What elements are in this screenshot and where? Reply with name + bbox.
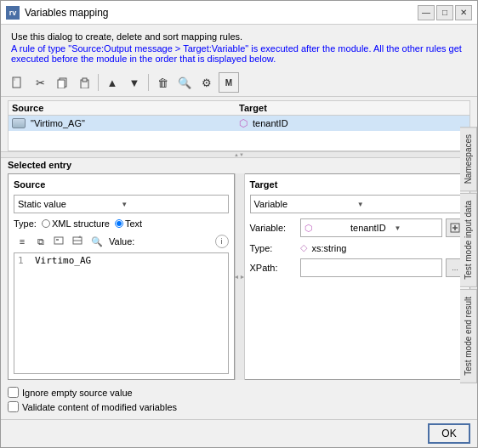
panel-divider[interactable] [235,173,245,380]
find-icon-button[interactable]: 🔍 [88,234,105,249]
selected-entry-section: Selected entry Source Static value ▼ Typ… [1,158,477,383]
copy-icon-button[interactable]: ⧉ [32,234,49,249]
source-panel-title: Source [14,179,229,190]
paste-button[interactable] [74,72,94,93]
type-field-label: Type: [250,243,297,253]
ignore-empty-label: Ignore empty source value [22,388,133,398]
svg-rect-7 [56,239,59,241]
info-line2: A rule of type "Source:Output message > … [11,43,467,64]
source-value: "Virtimo_AG" [31,118,85,128]
db-icon [12,118,26,128]
source-panel: Source Static value ▼ Type: XML structur… [8,173,235,380]
type-icon-inline: ◇ [300,242,307,253]
selected-entry-title: Selected entry [8,160,470,170]
editor-line-1: 1 Virtimo_AG [14,253,228,268]
xml-structure-radio-label[interactable]: XML structure [42,218,110,229]
maximize-button[interactable]: □ [436,5,453,20]
window-content: Use this dialog to create, delete and so… [1,25,477,447]
type-row: Type: XML structure Text [14,218,229,229]
variable-dropdown-arrow: ▼ [395,224,439,232]
text-radio[interactable] [115,219,123,228]
xml-structure-radio[interactable] [42,219,50,228]
search-button[interactable]: 🔍 [174,72,195,93]
validate-content-checkbox[interactable] [8,401,19,412]
variable-icon-inline: ⬡ [304,223,349,234]
line-number: 1 [18,255,30,266]
text-radio-label[interactable]: Text [115,218,142,229]
xpath-label: XPath: [250,263,297,273]
target-type-dropdown[interactable]: Variable ▼ [250,195,465,213]
svg-rect-3 [58,80,65,88]
variables-mapping-window: rv Variables mapping — □ ✕ Use this dial… [0,0,478,448]
text-label: Text [125,218,142,229]
module-button[interactable]: M [219,72,239,93]
source-column-header: Source [12,103,239,113]
variable-label: Variable: [250,223,297,233]
validate-content-label: Validate content of modified variables [22,402,177,412]
namespaces-tab[interactable]: Namespaces [460,127,477,191]
toolbar: ✂ ▲ ▼ 🗑 🔍 ⚙ M [1,69,477,97]
source-cell: "Virtimo_AG" [12,118,239,128]
right-tabs: Namespaces Test mode input data Test mod… [460,127,477,385]
target-column-header: Target [239,103,466,113]
xpath-field: XPath: ... [250,258,465,277]
entry-panels: Source Static value ▼ Type: XML structur… [8,173,470,380]
mapping-table: Source Target "Virtimo_AG" ⬡ tenantID [8,100,470,151]
variable-dropdown[interactable]: ⬡ tenantID ▼ [300,218,443,237]
list-icon-button[interactable]: ≡ [14,234,31,249]
minimize-button[interactable]: — [418,5,435,20]
value-label: Value: [109,236,134,247]
info-icon-button[interactable]: i [215,235,229,248]
test-mode-input-tab[interactable]: Test mode input data [460,193,477,287]
mapping-header: Source Target [9,101,469,116]
footer: OK [1,419,477,447]
table-row[interactable]: "Virtimo_AG" ⬡ tenantID [9,116,469,131]
variable-field: Variable: ⬡ tenantID ▼ [250,218,465,237]
target-cell: ⬡ tenantID [239,117,466,129]
template-icon-button[interactable] [51,234,68,249]
window-icon: rv [6,6,20,20]
window-title: Variables mapping [25,7,418,19]
new-button[interactable] [8,72,28,93]
separator-2 [148,74,149,91]
ignore-empty-row: Ignore empty source value [8,387,470,398]
ok-button[interactable]: OK [428,423,470,444]
ignore-empty-checkbox[interactable] [8,387,19,398]
template2-icon-button[interactable] [70,234,87,249]
window-controls: — □ ✕ [418,5,472,20]
type-field: Type: ◇ xs:string [250,242,465,253]
info-section: Use this dialog to create, delete and so… [1,25,477,69]
source-editor[interactable]: 1 Virtimo_AG [14,252,229,374]
settings-button[interactable]: ⚙ [196,72,217,93]
target-panel: Target Variable ▼ Variable: ⬡ tenantID ▼ [245,173,471,380]
close-button[interactable]: ✕ [455,5,472,20]
xpath-input[interactable] [300,258,443,277]
test-mode-result-tab[interactable]: Test mode end result [460,289,477,383]
resize-handle[interactable] [1,151,477,158]
delete-button[interactable]: 🗑 [152,72,173,93]
type-value: xs:string [312,243,347,253]
title-bar: rv Variables mapping — □ ✕ [1,1,477,25]
cut-button[interactable]: ✂ [30,72,50,93]
separator-1 [98,74,99,91]
move-up-button[interactable]: ▲ [102,72,122,93]
source-type-dropdown[interactable]: Static value ▼ [14,195,229,213]
bottom-checkboxes: Ignore empty source value Validate conte… [1,383,477,419]
target-panel-title: Target [250,179,465,190]
type-label: Type: [14,218,37,229]
info-line1: Use this dialog to create, delete and so… [11,31,467,42]
editor-line-text: Virtimo_AG [35,255,91,266]
source-dropdown-value: Static value [18,199,121,209]
move-down-button[interactable]: ▼ [124,72,145,93]
copy-button[interactable] [52,72,72,93]
dropdown-arrow-icon: ▼ [121,201,224,208]
target-dropdown-value: Variable [254,199,357,209]
xml-structure-label: XML structure [52,218,110,229]
variable-icon: ⬡ [239,117,248,129]
source-toolbar: ≡ ⧉ 🔍 Value: i [14,234,229,249]
target-dropdown-arrow-icon: ▼ [357,201,460,208]
svg-rect-0 [13,77,20,88]
info-icon: i [221,237,223,246]
validate-content-row: Validate content of modified variables [8,401,470,412]
variable-value: tenantID [350,223,395,233]
